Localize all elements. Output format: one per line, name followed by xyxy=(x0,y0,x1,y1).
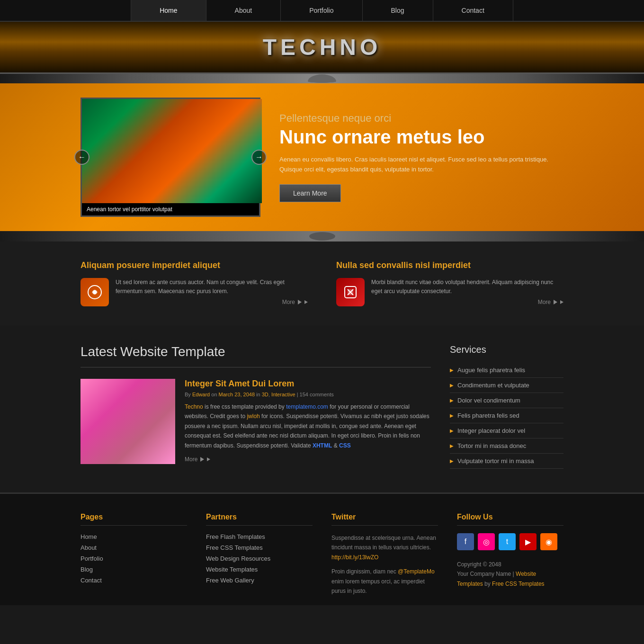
post-3d-link[interactable]: 3D xyxy=(262,392,268,397)
rss-icon[interactable]: ◉ xyxy=(540,533,557,550)
footer-partners: Partners Free Flash Templates Free CSS T… xyxy=(206,513,313,596)
footer-handle-link[interactable]: @TemplateMo xyxy=(398,568,435,575)
sidebar-link-5[interactable]: Integer placerat dolor vel xyxy=(457,427,525,434)
site-title: TECHNO xyxy=(263,34,382,60)
post-comments: 154 comments xyxy=(300,392,334,397)
post-more-link[interactable]: More xyxy=(185,456,431,463)
divider-top xyxy=(0,74,644,83)
feature-2-body: Morbi blandit nunc vitae odio volutpat h… xyxy=(371,278,564,296)
sidebar-item-5: Integer placerat dolor vel xyxy=(450,423,564,438)
sidebar-item-1: Augue felis pharetra felis xyxy=(450,363,564,378)
sidebar-item-4: Felis pharetra felis sed xyxy=(450,408,564,423)
nav-blog[interactable]: Blog xyxy=(363,0,433,21)
footer: Pages Home About Portfolio Blog Contact … xyxy=(0,492,644,605)
footer-page-about: About xyxy=(80,544,187,551)
post-thumbnail xyxy=(80,379,175,464)
svg-point-1 xyxy=(93,290,97,294)
sidebar-heading: Services xyxy=(450,344,564,355)
feature-1-icon xyxy=(80,278,109,306)
features-section: Aliquam posuere imperdiet aliquet Ut sed… xyxy=(0,242,644,325)
footer-page-blog: Blog xyxy=(80,566,187,573)
footer-page-contact: Contact xyxy=(80,577,187,584)
content-left: Latest Website Template Integer Sit Amet… xyxy=(80,344,431,474)
post-info: Integer Sit Amet Dui Lorem By Edward on … xyxy=(185,379,431,464)
free-css-link[interactable]: Free CSS Templates xyxy=(492,581,545,587)
sidebar-item-2: Condimentum et vulputate xyxy=(450,378,564,393)
sidebar-link-1[interactable]: Augue felis pharetra felis xyxy=(457,367,525,374)
footer-page-portfolio: Portfolio xyxy=(80,555,187,562)
footer-pages: Pages Home About Portfolio Blog Contact xyxy=(80,513,187,596)
nav-portfolio[interactable]: Portfolio xyxy=(281,0,362,21)
footer-partners-list: Free Flash Templates Free CSS Templates … xyxy=(206,533,313,584)
hero-subtitle: Pellentesque neque orci xyxy=(279,112,564,125)
feature-2: Nulla sed convallis nisl imperdiet Morbi… xyxy=(336,260,564,306)
slider-prev-button[interactable]: ← xyxy=(74,150,89,165)
post-css-link[interactable]: CSS xyxy=(339,442,351,449)
post-date-link[interactable]: March 23, 2048 xyxy=(219,392,255,397)
footer-tweet-1: Suspendisse at scelerisque urna. Aenean … xyxy=(331,533,438,562)
sidebar-item-6: Tortor mi in massa donec xyxy=(450,438,564,454)
footer-tweet1-link[interactable]: http://bit.ly/13lwZO xyxy=(331,554,378,561)
footer-twitter: Twitter Suspendisse at scelerisque urna.… xyxy=(331,513,438,596)
sidebar-item-3: Dolor vel condimentum xyxy=(450,393,564,408)
feature-1-more[interactable]: More xyxy=(116,299,308,305)
post-jwloh-link[interactable]: jwloh xyxy=(247,413,259,420)
footer-partners-heading: Partners xyxy=(206,513,313,526)
youtube-icon[interactable]: ▶ xyxy=(519,533,537,550)
hero-description: Aenean eu convallis libero. Cras iaculis… xyxy=(279,155,564,175)
sidebar-link-7[interactable]: Vulputate tortor mi in massa xyxy=(457,457,534,465)
sidebar-link-2[interactable]: Condimentum et vulputate xyxy=(457,382,529,389)
footer-partner-4: Website Templates xyxy=(206,566,313,573)
footer-tweet-2: Proin dignissim, diam nec @TemplateMo en… xyxy=(331,567,438,596)
svg-rect-3 xyxy=(348,289,353,295)
post-meta: By Edward on March 23, 2048 in 3D, Inter… xyxy=(185,392,431,397)
sidebar-list: Augue felis pharetra felis Condimentum e… xyxy=(450,363,564,469)
feature-2-more[interactable]: More xyxy=(371,299,564,305)
social-icons: f ◎ t ▶ ◉ xyxy=(457,533,564,550)
footer-partner-2: Free CSS Templates xyxy=(206,544,313,551)
slider-next-button[interactable]: → xyxy=(251,150,267,165)
post-xhtml-link[interactable]: XHTML xyxy=(313,442,332,449)
sidebar-link-3[interactable]: Dolor vel condimentum xyxy=(457,397,520,404)
footer-partner-3: Web Design Resources xyxy=(206,555,313,562)
flickr-icon[interactable]: ◎ xyxy=(478,533,495,550)
hero-text: Pellentesque neque orci Nunc ornare metu… xyxy=(279,112,564,202)
footer-partner-1: Free Flash Templates xyxy=(206,533,313,540)
hero-slider: Aenean tortor vel porttitor volutpat ← → xyxy=(80,98,260,217)
footer-pages-list: Home About Portfolio Blog Contact xyxy=(80,533,187,584)
feature-1: Aliquam posuere imperdiet aliquet Ut sed… xyxy=(80,260,308,306)
facebook-icon[interactable]: f xyxy=(457,533,474,550)
feature-2-title: Nulla sed convallis nisl imperdiet xyxy=(336,260,564,270)
feature-1-title: Aliquam posuere imperdiet aliquet xyxy=(80,260,308,270)
footer-partner-5: Free Web Gallery xyxy=(206,577,313,584)
main-content-area: Latest Website Template Integer Sit Amet… xyxy=(62,325,582,492)
footer-twitter-heading: Twitter xyxy=(331,513,438,526)
post-body: Techno is free css template provided by … xyxy=(185,402,431,450)
twitter-icon[interactable]: t xyxy=(499,533,516,550)
learn-more-button[interactable]: Learn More xyxy=(279,184,341,202)
footer-follow: Follow Us f ◎ t ▶ ◉ Copyright © 2048 You… xyxy=(457,513,564,596)
post-interactive-link[interactable]: Interactive xyxy=(271,392,295,397)
slider-image xyxy=(82,99,262,203)
copyright-text: Copyright © 2048 Your Company Name | Web… xyxy=(457,560,564,589)
post-author-link[interactable]: Edward xyxy=(192,392,210,397)
feature-2-icon xyxy=(336,278,365,306)
sidebar-link-4[interactable]: Felis pharetra felis sed xyxy=(457,412,519,419)
sidebar: Services Augue felis pharetra felis Cond… xyxy=(450,344,564,474)
post-templatemo-link[interactable]: templatemo.com xyxy=(286,403,328,410)
post-techno-link[interactable]: Techno xyxy=(185,403,203,410)
nav-about[interactable]: About xyxy=(206,0,281,21)
hero-heading: Nunc ornare metus leo xyxy=(279,126,564,147)
footer-follow-heading: Follow Us xyxy=(457,513,564,526)
sidebar-link-6[interactable]: Tortor mi in massa donec xyxy=(457,442,526,449)
hero-section: Aenean tortor vel porttitor volutpat ← →… xyxy=(0,83,644,231)
footer-pages-heading: Pages xyxy=(80,513,187,526)
main-nav: Home About Portfolio Blog Contact xyxy=(0,0,644,22)
nav-contact[interactable]: Contact xyxy=(433,0,513,21)
content-heading: Latest Website Template xyxy=(80,344,431,359)
nav-home[interactable]: Home xyxy=(131,0,206,21)
post-title: Integer Sit Amet Dui Lorem xyxy=(185,379,431,389)
sidebar-item-7: Vulputate tortor mi in massa xyxy=(450,454,564,469)
slider-caption: Aenean tortor vel porttitor volutpat xyxy=(82,203,259,215)
content-divider xyxy=(80,367,431,367)
